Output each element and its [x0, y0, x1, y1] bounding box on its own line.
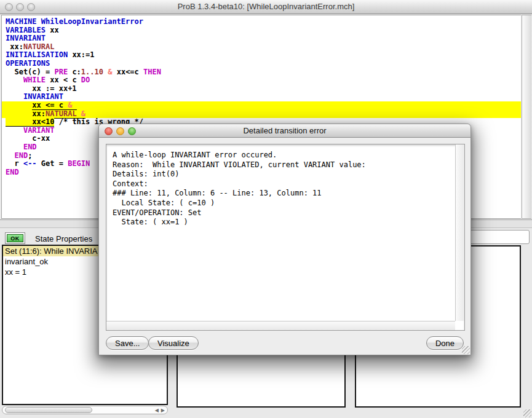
status-badge: OK: [7, 234, 23, 242]
state-properties-header: State Properties: [35, 234, 92, 243]
state-list-hscrollbar[interactable]: ◀ ▶: [2, 406, 168, 414]
code-line: MACHINE WhileLoopInvariantError: [2, 18, 521, 26]
window-resize-grip[interactable]: [523, 409, 531, 417]
scrollbar-thumb[interactable]: [5, 407, 92, 413]
error-message-line: ### Line: 11, Column: 6 -- Line: 13, Col…: [113, 189, 455, 199]
error-message-line: Details: int(0): [113, 170, 455, 179]
scroll-left-icon[interactable]: ◀: [155, 408, 159, 413]
error-message-line: A while-loop INVARIANT error occured.: [113, 151, 455, 160]
code-line: xx <= c &: [2, 101, 521, 110]
invariant-status-frame: OK: [5, 232, 25, 244]
dialog-titlebar[interactable]: Detailed transition error: [99, 124, 470, 138]
window-title: ProB 1.3.4-beta10: [WhileLoopInvariantEr…: [0, 2, 532, 11]
error-message-line: Reason: While INVARIANT VIOLATED, curren…: [113, 160, 455, 170]
code-line: INITIALISATION xx:=1: [2, 51, 521, 60]
editor-vertical-scrollbar[interactable]: [522, 15, 531, 219]
message-horizontal-scrollbar[interactable]: [106, 321, 455, 330]
error-message-text: A while-loop INVARIANT error occured.Rea…: [106, 144, 455, 321]
code-line: INVARIANT: [2, 34, 521, 43]
code-line: xx:NATURAL: [2, 43, 521, 52]
code-line: WHILE xx < c DO: [2, 76, 521, 85]
done-button[interactable]: Done: [426, 336, 464, 350]
code-line: VARIABLES xx: [2, 26, 521, 35]
error-message-line: Local State: ( c=10 ): [113, 199, 455, 208]
main-titlebar[interactable]: ProB 1.3.4-beta10: [WhileLoopInvariantEr…: [0, 0, 532, 14]
message-vertical-scrollbar[interactable]: [455, 144, 464, 321]
scroll-right-icon[interactable]: ▶: [161, 408, 165, 413]
error-message-line: EVENT/OPERATION: Set: [113, 208, 455, 218]
detailed-transition-error-dialog: Detailed transition error A while-loop I…: [98, 124, 471, 355]
code-line: xx:NATURAL &: [2, 110, 521, 119]
error-message-line: Context:: [113, 179, 455, 189]
code-line: OPERATIONS: [2, 60, 521, 68]
code-line: Set(c) = PRE c:1..10 & xx<=c THEN: [2, 68, 521, 77]
error-message-box[interactable]: A while-loop INVARIANT error occured.Rea…: [106, 144, 465, 331]
dialog-resize-grip[interactable]: [462, 346, 470, 354]
code-line: INVARIANT: [2, 93, 521, 101]
visualize-button[interactable]: Visualize: [148, 336, 199, 350]
save-button[interactable]: Save...: [106, 336, 149, 350]
code-line: xx := xx+1: [2, 85, 521, 93]
error-message-line: State: ( xx=1 ): [113, 218, 455, 227]
dialog-title: Detailed transition error: [99, 126, 470, 135]
